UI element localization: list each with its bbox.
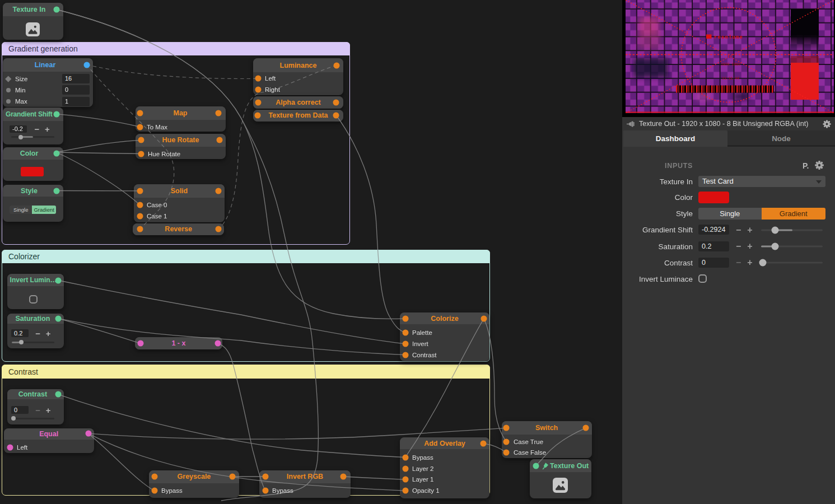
svg-text:1920 1080: 1920 1080 — [721, 63, 740, 67]
svg-text:resolume: resolume — [714, 35, 743, 40]
svg-text:11:11:44: 11:11:44 — [722, 77, 739, 81]
